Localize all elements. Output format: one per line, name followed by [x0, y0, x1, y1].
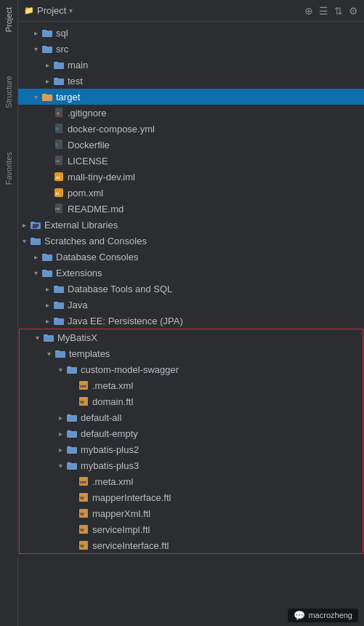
svg-rect-56 [67, 446, 71, 448]
svg-rect-37 [54, 302, 64, 309]
svg-rect-45 [67, 367, 77, 374]
label-sql: sql [56, 28, 68, 39]
label-license: LICENSE [68, 156, 108, 166]
tree-item-domain-ftl[interactable]: ftl domain.ftl [20, 393, 363, 409]
folder-icon-default-empty [66, 428, 78, 439]
tree-item-service-impl-ftl[interactable]: ftl serviceImpl.ftl [20, 521, 363, 537]
label-service-interface-ftl: serviceInterface.ftl [92, 540, 169, 551]
label-mybatisx: MyBatisX [57, 332, 97, 343]
folder-icon-templates [54, 348, 66, 359]
tree-item-templates[interactable]: templates [20, 345, 363, 361]
svg-rect-36 [54, 286, 58, 287]
tree-item-mybatis-plus2[interactable]: mybatis-plus2 [20, 441, 363, 457]
folder-icon-scratches [30, 235, 41, 246]
arrow-extensions [30, 267, 41, 278]
tree-item-db-consoles[interactable]: Database Consoles [18, 249, 364, 265]
tree-item-default-empty[interactable]: default-empty [20, 425, 363, 441]
tree-item-pom[interactable]: m pom.xml [18, 185, 364, 201]
folder-icon-sql [41, 27, 53, 39]
folder-icon-extensions [41, 267, 53, 278]
file-icon-mapper-xml-ftl: ftl [78, 507, 89, 519]
label-domain-ftl: domain.ftl [92, 396, 133, 407]
tree-item-mybatis-plus3[interactable]: mybatis-plus3 [20, 457, 363, 473]
svg-rect-41 [44, 335, 54, 342]
project-tree: sql src main test [18, 22, 364, 604]
arrow-db-consoles [30, 251, 41, 262]
svg-rect-30 [31, 238, 35, 239]
tree-item-src[interactable]: src [18, 41, 364, 57]
arrow-domain-ftl [66, 396, 78, 407]
tree-item-extensions[interactable]: Extensions [18, 265, 364, 281]
file-icon-docker-compose: dc [53, 123, 65, 135]
tree-item-external-libs[interactable]: External Libraries [18, 217, 364, 233]
tree-item-gitignore[interactable]: .g .gitignore [18, 105, 364, 121]
tree-item-mapper-interface-ftl[interactable]: ftl mapperInterface.ftl [20, 489, 363, 505]
sidebar-tab-project[interactable]: Project [1, 0, 16, 39]
svg-text:xml: xml [80, 480, 86, 484]
label-default-all: default-all [81, 412, 121, 423]
arrow-mybatisx [31, 332, 43, 343]
tree-item-license[interactable]: LIC LICENSE [18, 153, 364, 169]
tree-item-default-all[interactable]: default-all [20, 409, 363, 425]
svg-rect-52 [67, 414, 71, 416]
svg-rect-29 [31, 238, 41, 245]
tree-item-meta-xml-2[interactable]: xml .meta.xml [20, 473, 363, 489]
arrow-scratches [18, 235, 30, 246]
panel-title: 📁 Project ▾ [24, 5, 73, 16]
tree-item-sql[interactable]: sql [18, 25, 364, 41]
arrow-main [41, 59, 53, 71]
tree-item-service-interface-ftl[interactable]: ftl serviceInterface.ftl [20, 537, 363, 553]
tree-item-java[interactable]: Java [18, 297, 364, 313]
tree-item-custom-model-swagger[interactable]: custom-model-swagger [20, 361, 363, 377]
arrow-mybatis-plus2 [54, 444, 66, 455]
label-db-tools: Database Tools and SQL [68, 284, 172, 294]
arrow-default-empty [54, 428, 66, 439]
list-icon[interactable]: ☰ [319, 5, 328, 17]
arrow-java [41, 299, 53, 310]
sidebar-tab-favorites[interactable]: Favorites [1, 145, 16, 192]
dropdown-arrow-icon[interactable]: ▾ [69, 7, 73, 15]
tree-item-meta-xml-1[interactable]: xml .meta.xml [20, 377, 363, 393]
svg-rect-38 [54, 302, 58, 303]
svg-rect-55 [67, 447, 77, 454]
folder-icon-mybatis-plus3 [66, 460, 78, 471]
mybatisx-red-border: MyBatisX templates custom-model-swagger [19, 329, 363, 554]
tree-item-target[interactable]: target [18, 89, 364, 105]
tree-item-db-tools[interactable]: Database Tools and SQL [18, 281, 364, 297]
tree-item-readme[interactable]: md README.md [18, 201, 364, 217]
add-icon[interactable]: ⊕ [304, 5, 313, 17]
label-src: src [56, 44, 68, 55]
tree-item-docker-compose[interactable]: dc docker-compose.yml [18, 121, 364, 137]
arrow-src [30, 43, 41, 55]
tree-item-mybatisx[interactable]: MyBatisX [20, 329, 363, 345]
tree-item-main[interactable]: main [18, 57, 364, 73]
file-icon-iml: m [53, 171, 65, 182]
tree-item-iml[interactable]: m mall-tiny-dev.iml [18, 169, 364, 185]
settings-icon[interactable]: ⚙ [349, 5, 358, 17]
collapse-icon[interactable]: ⇅ [334, 5, 343, 17]
label-default-empty: default-empty [81, 428, 138, 439]
arrow-license [41, 155, 53, 166]
tree-item-dockerfile[interactable]: D Dockerfile [18, 137, 364, 153]
arrow-mapper-xml-ftl [66, 507, 78, 519]
sidebar-tab-structure[interactable]: Structure [1, 68, 16, 116]
tree-item-scratches[interactable]: Scratches and Consoles [18, 233, 364, 249]
panel-header: 📁 Project ▾ ⊕ ☰ ⇅ ⚙ [18, 0, 364, 22]
svg-rect-33 [42, 270, 52, 277]
svg-text:ftl: ftl [81, 528, 84, 532]
panel-title-text: Project [37, 5, 66, 16]
tree-item-mapper-xml-ftl[interactable]: ftl mapperXml.ftl [20, 505, 363, 521]
folder-icon-db-consoles [41, 251, 53, 262]
svg-rect-39 [54, 318, 64, 325]
svg-rect-54 [67, 430, 71, 432]
label-templates: templates [69, 348, 110, 359]
folder-icon-db-tools [53, 283, 65, 294]
file-icon-meta-xml-1: xml [78, 380, 89, 391]
svg-rect-43 [55, 351, 65, 358]
tree-item-jpa[interactable]: Java EE: Persistence (JPA) [18, 313, 364, 329]
arrow-meta-xml-2 [66, 475, 78, 487]
svg-rect-58 [67, 462, 71, 464]
svg-text:md: md [55, 207, 60, 211]
tree-item-test[interactable]: test [18, 73, 364, 89]
svg-text:ftl: ftl [81, 496, 84, 500]
